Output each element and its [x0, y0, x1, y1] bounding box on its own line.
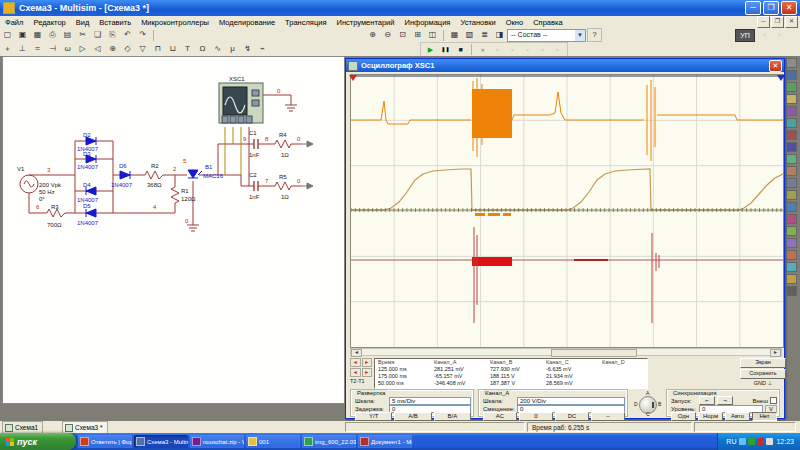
component-button[interactable]: ⊥	[16, 43, 29, 55]
component-button[interactable]: ∿	[211, 43, 224, 55]
channel-coupling-[interactable]: –	[591, 412, 625, 421]
channel-scale-input[interactable]: 200 V/Div	[517, 397, 625, 405]
redo-icon[interactable]: ↷	[136, 29, 149, 41]
channel-coupling-ac[interactable]: AC	[483, 412, 517, 421]
pause-simulation-button[interactable]: ❚❚	[439, 44, 452, 55]
tray-icon[interactable]	[766, 438, 773, 445]
menu-окно[interactable]: Окно	[501, 18, 528, 27]
tray-icon[interactable]	[739, 438, 746, 445]
zoom-area-icon[interactable]: ⊡	[396, 29, 409, 41]
instrument-icon[interactable]	[786, 154, 797, 164]
channel-selector-dial[interactable]: A B C D	[634, 392, 662, 416]
waveform-scrollbar[interactable]: ◄ ►	[350, 348, 782, 356]
trigger-mode-нет[interactable]: Нет	[752, 412, 777, 421]
start-button[interactable]: пуск	[0, 433, 76, 450]
scrollbar-thumb[interactable]	[551, 349, 637, 357]
component-button[interactable]: Ω	[196, 43, 209, 55]
menu-вставить[interactable]: Вставить	[94, 18, 136, 27]
toolbar-extra-button[interactable]: ▫	[758, 29, 771, 41]
print-icon[interactable]: ⎙	[46, 29, 59, 41]
timebase-mode-y/t[interactable]: Y/T	[355, 412, 392, 421]
oscilloscope-close-button[interactable]: ✕	[769, 60, 782, 72]
trigger-mode-одн[interactable]: Одн	[671, 412, 696, 421]
component-button[interactable]: ⊕	[106, 43, 119, 55]
instrument-icon[interactable]	[786, 250, 797, 260]
instrument-icon[interactable]	[786, 130, 797, 140]
component-button[interactable]: ⊔	[166, 43, 179, 55]
sim-extra-button[interactable]: ●	[476, 44, 489, 55]
taskbar-item[interactable]: Ответить | Форум...	[78, 435, 132, 448]
menu-установки[interactable]: Установки	[455, 18, 500, 27]
component-button[interactable]: ω	[61, 43, 74, 55]
cursor-1-handle[interactable]	[349, 75, 357, 81]
in-use-list-dropdown[interactable]: -- Состав --▼	[507, 29, 586, 42]
scroll-left-icon[interactable]: ◄	[351, 349, 362, 357]
taskbar-item[interactable]: img_600_22.03.04.jp...	[302, 435, 356, 448]
channel-coupling-dc[interactable]: DC	[555, 412, 589, 421]
instrument-icon[interactable]	[786, 94, 797, 104]
cut-icon[interactable]: ✂	[76, 29, 89, 41]
paste-icon[interactable]: ⎘	[106, 29, 119, 41]
stop-simulation-button[interactable]: ■	[454, 44, 467, 55]
instrument-icon[interactable]	[786, 118, 797, 128]
component-button[interactable]: ≈	[31, 43, 44, 55]
schematic-canvas[interactable]: XSC10V13200 Vpk50 Hz0°R3700Ω64D21N4007D3…	[2, 56, 345, 404]
instrument-icon[interactable]	[786, 142, 797, 152]
menu-инструментарий[interactable]: Инструментарий	[331, 18, 399, 27]
child-minimize-button[interactable]: ─	[757, 16, 770, 28]
instrument-icon[interactable]	[786, 214, 797, 224]
sim-extra-button[interactable]: ▫	[536, 44, 549, 55]
list-icon[interactable]: ≣	[478, 29, 491, 41]
child-restore-button[interactable]: ❐	[771, 16, 784, 28]
open-file-icon[interactable]: ▣	[16, 29, 29, 41]
maximize-button[interactable]: ❐	[763, 1, 779, 15]
zoom-fit-icon[interactable]: ⊞	[411, 29, 424, 41]
sim-extra-button[interactable]: ▫	[551, 44, 564, 55]
properties-icon[interactable]: ▧	[463, 29, 476, 41]
instrument-icon[interactable]	[786, 262, 797, 272]
instrument-icon[interactable]	[786, 190, 797, 200]
scroll-right-icon[interactable]: ►	[770, 349, 781, 357]
tray-icon[interactable]	[748, 438, 755, 445]
instrument-icon[interactable]	[786, 226, 797, 236]
instrument-icon[interactable]	[786, 106, 797, 116]
sim-extra-button[interactable]: ▫	[506, 44, 519, 55]
instrument-icon[interactable]	[786, 82, 797, 92]
oscilloscope-component-icon[interactable]	[219, 83, 263, 123]
cursor-1-step-button[interactable]: ◄	[350, 358, 361, 367]
tray-icon[interactable]	[757, 438, 764, 445]
sim-extra-button[interactable]: ▫	[521, 44, 534, 55]
menu-вид[interactable]: Вид	[71, 18, 95, 27]
menu-трансляция[interactable]: Трансляция	[280, 18, 331, 27]
run-simulation-button[interactable]: ▶	[424, 44, 437, 55]
cursor-2-step-button[interactable]: ◄	[350, 368, 361, 377]
copy-icon[interactable]: ❏	[91, 29, 104, 41]
instrument-icon[interactable]	[786, 238, 797, 248]
menu-справка[interactable]: Справка	[528, 18, 567, 27]
instrument-icon[interactable]	[786, 286, 797, 296]
component-button[interactable]: ＋	[1, 43, 14, 55]
taskbar-item[interactable]: Документ1 - Mozil...	[358, 435, 412, 448]
instrument-icon[interactable]	[786, 178, 797, 188]
component-button[interactable]: ↯	[241, 43, 254, 55]
instrument-icon[interactable]	[786, 58, 797, 68]
taskbar-item[interactable]: nooschat.zip - WinRAR	[190, 435, 244, 448]
taskbar-item[interactable]: Схема3 - Multisim...	[134, 435, 188, 448]
component-button[interactable]: ⊣	[46, 43, 59, 55]
new-file-icon[interactable]: ▢	[1, 29, 14, 41]
mcu-panel-button[interactable]: УП	[735, 29, 755, 42]
child-close-button[interactable]: ✕	[785, 16, 798, 28]
component-button[interactable]: ◇	[121, 43, 134, 55]
instrument-icon[interactable]	[786, 202, 797, 212]
sheet-tab-1[interactable]: Схема1	[2, 421, 43, 433]
menu-файл[interactable]: Файл	[0, 18, 28, 27]
preview-icon[interactable]: ▤	[61, 29, 74, 41]
close-button[interactable]: ✕	[781, 1, 797, 15]
zoom-in-icon[interactable]: ⊕	[366, 29, 379, 41]
trigger-mode-норм[interactable]: Норм	[698, 412, 723, 421]
menu-редактор[interactable]: Редактор	[28, 18, 70, 27]
sheet-tab-2[interactable]: Схема3 *	[62, 421, 108, 433]
sim-extra-button[interactable]: ▫	[491, 44, 504, 55]
zoom-full-icon[interactable]: ◫	[426, 29, 439, 41]
zoom-out-icon[interactable]: ⊖	[381, 29, 394, 41]
